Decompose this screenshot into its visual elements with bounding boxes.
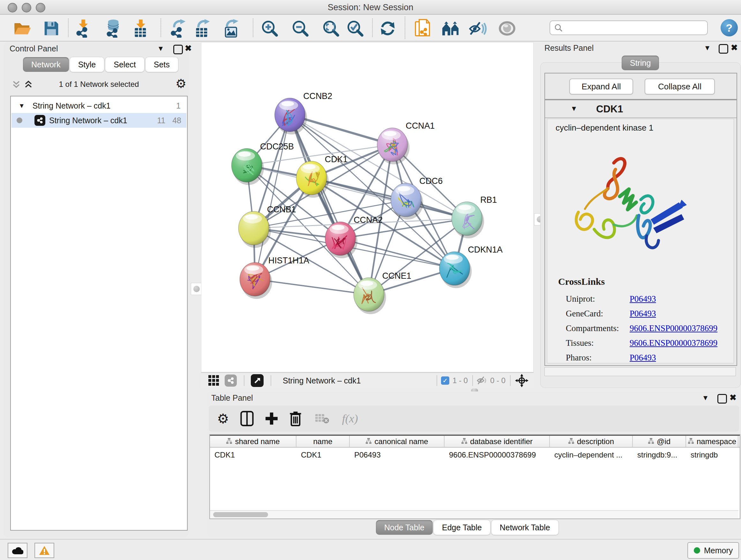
zoom-fit-button[interactable] (322, 19, 340, 38)
gene-description: cyclin–dependent kinase 1 (556, 123, 653, 133)
show-hidden-button[interactable] (498, 19, 516, 38)
crosslink-label: Pharos: (566, 353, 630, 363)
column-header-namespace[interactable]: namespace (686, 436, 738, 447)
node-label: CCNB1 (267, 205, 296, 214)
crosslink-row: Pharos:P06493 (566, 350, 732, 365)
tab-style[interactable]: Style (70, 57, 105, 72)
crosslink-row: Tissues:9606.ENSP00000378699 (566, 335, 732, 350)
column-header-canonical-name[interactable]: canonical name (350, 436, 445, 447)
table-cell: stringdb:9... (633, 448, 686, 462)
memory-button[interactable]: Memory (687, 542, 739, 559)
results-scrollbar-track[interactable] (544, 367, 736, 376)
fit-content-crosshair-icon[interactable] (515, 374, 529, 387)
clone-network-button[interactable] (414, 19, 432, 38)
add-column-icon[interactable] (265, 412, 278, 425)
application-window: Session: New Session (0, 0, 741, 560)
network-edge-CCNB2-HIST1H1A[interactable] (255, 115, 290, 279)
refresh-layout-button[interactable] (379, 19, 397, 38)
column-header-shared-name[interactable]: shared name (210, 436, 296, 447)
table-panel-collapse-icon[interactable]: ▾ (703, 393, 708, 401)
results-panel-close-icon[interactable]: ✖ (731, 44, 738, 52)
expand-all-button[interactable]: Expand All (569, 78, 633, 95)
column-header-label: @id (657, 437, 670, 446)
home-button[interactable] (442, 19, 460, 38)
network-node-RB1[interactable]: RB1 (452, 195, 497, 238)
node-label: CCNA1 (406, 121, 434, 131)
tab-sets[interactable]: Sets (145, 57, 179, 72)
zoom-out-button[interactable] (291, 19, 310, 38)
tab-string[interactable]: String (622, 56, 659, 70)
expand-all-chevron-icon[interactable] (23, 80, 33, 89)
network-canvas[interactable]: CCNB2CCNA1CDC25BCDK1CDC6RB1CCNB1CCNA2CDK… (201, 42, 534, 372)
import-network-button[interactable] (74, 19, 92, 38)
control-panel-close-icon[interactable]: ✖ (185, 44, 192, 52)
zoom-in-button[interactable] (260, 19, 279, 38)
show-columns-icon[interactable] (240, 411, 254, 427)
network-node-CCNE1[interactable]: CCNE1 (354, 271, 411, 314)
left-splitter-handle[interactable] (191, 283, 202, 295)
network-node-CDKN1A[interactable]: CDKN1A (440, 245, 502, 288)
hide-selected-button[interactable] (469, 19, 488, 38)
open-session-button[interactable] (13, 19, 32, 38)
export-image-button[interactable] (222, 19, 241, 38)
column-header-label: database identifier (470, 437, 533, 446)
crosslink-value-link[interactable]: P06493 (630, 309, 656, 319)
network-view-dot-icon (17, 118, 22, 123)
cloud-button[interactable] (8, 543, 27, 558)
table-hscrollbar-thumb[interactable] (213, 512, 268, 517)
crosslink-value-link[interactable]: 9606.ENSP00000378699 (630, 338, 718, 348)
crosslink-value-link[interactable]: P06493 (630, 353, 656, 363)
grid-view-icon[interactable] (208, 375, 219, 386)
table-panel-float-icon[interactable] (718, 394, 727, 403)
crosslink-value-link[interactable]: 9606.ENSP00000378699 (630, 323, 718, 333)
export-network-button[interactable] (169, 19, 187, 38)
tab-select[interactable]: Select (105, 57, 144, 72)
tab-edge-table[interactable]: Edge Table (433, 520, 490, 535)
help-button[interactable]: ? (721, 19, 738, 37)
collapse-all-chevron-icon[interactable] (11, 80, 21, 89)
network-share-view-icon[interactable] (225, 374, 237, 387)
selected-checkbox[interactable]: ✓ (441, 376, 449, 385)
network-edge-CCNB2-CCNE1[interactable] (290, 115, 369, 295)
import-database-button[interactable] (104, 19, 123, 38)
network-node-CCNB2[interactable]: CCNB2 (275, 91, 332, 134)
crosslink-label: GeneCard: (566, 309, 630, 319)
control-panel-collapse-icon[interactable]: ▾ (158, 44, 163, 52)
tree-expander-icon[interactable]: ▼ (18, 102, 25, 110)
tab-node-table[interactable]: Node Table (376, 520, 433, 535)
delete-column-icon[interactable] (289, 411, 302, 426)
export-table-button[interactable] (193, 19, 211, 38)
results-panel-float-icon[interactable] (719, 44, 728, 54)
search-input[interactable] (563, 23, 698, 33)
import-table-button[interactable] (131, 19, 150, 38)
collapse-all-button[interactable]: Collapse All (645, 78, 715, 95)
save-session-button[interactable] (42, 19, 61, 38)
table-cell: cyclin–dependent ... (550, 448, 633, 462)
column-header-@id[interactable]: @id (633, 436, 686, 447)
search-field[interactable] (549, 20, 708, 35)
node-label: CCNE1 (382, 271, 411, 281)
table-settings-gear-icon[interactable]: ⚙ (217, 411, 229, 427)
control-panel-float-icon[interactable] (173, 45, 183, 54)
network-node-CCNA1[interactable]: CCNA1 (377, 121, 434, 164)
network-options-gear-icon[interactable]: ⚙ (176, 77, 186, 91)
column-header-description[interactable]: description (550, 436, 633, 447)
column-header-database-identifier[interactable]: database identifier (445, 436, 550, 447)
table-panel-close-icon[interactable]: ✖ (730, 393, 737, 401)
network-node-HIST1H1A[interactable]: HIST1H1A (240, 256, 309, 299)
network-row-selected[interactable]: String Network – cdk1 11 48 (11, 113, 186, 128)
crosslink-value-link[interactable]: P06493 (630, 294, 656, 304)
network-edge-CDK1-RB1[interactable] (312, 178, 467, 219)
birdseye-toggle-icon[interactable] (251, 374, 264, 387)
tab-network-table[interactable]: Network Table (491, 520, 559, 535)
network-collection-row[interactable]: ▼ String Network – cdk1 1 (11, 98, 186, 113)
column-header-name[interactable]: name (296, 436, 350, 447)
tab-network[interactable]: Network (23, 57, 69, 72)
zoom-selected-button[interactable] (346, 19, 364, 38)
results-panel-collapse-icon[interactable]: ▾ (705, 44, 710, 52)
table-row[interactable]: CDK1CDK1P064939606.ENSP00000378699cyclin… (210, 448, 740, 462)
gene-collapse-icon[interactable]: ▾ (572, 104, 576, 112)
network-label: String Network – cdk1 (49, 116, 127, 125)
warnings-button[interactable] (35, 543, 54, 558)
network-node-CDC6[interactable]: CDC6 (391, 176, 443, 219)
